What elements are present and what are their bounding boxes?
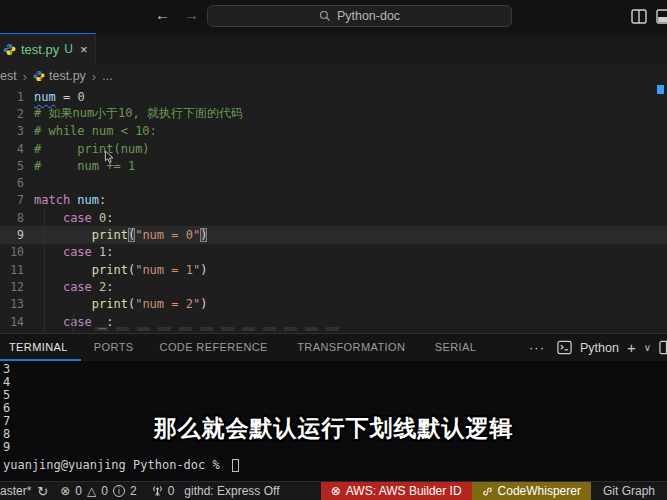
breadcrumb-item[interactable]: est xyxy=(0,69,17,83)
codewhisperer-badge[interactable]: CodeWhisperer xyxy=(472,482,591,500)
command-center-search[interactable]: Python-doc xyxy=(207,5,512,27)
new-terminal-icon[interactable]: + xyxy=(627,339,636,356)
line-number: 6 xyxy=(0,176,34,190)
line-number: 3 xyxy=(0,124,34,138)
terminal-line: 3 xyxy=(3,363,667,376)
video-subtitle: 那么就会默认运行下划线默认逻辑 xyxy=(0,413,667,444)
python-icon xyxy=(3,43,16,56)
code-line[interactable]: 5# num += 1 xyxy=(0,157,667,174)
code-line[interactable]: 8 case 0: xyxy=(0,209,667,226)
code-text: # while num < 10: xyxy=(34,124,157,138)
aws-label: AWS: AWS Builder ID xyxy=(346,484,462,498)
terminal-line: 5 xyxy=(3,389,667,402)
githd-status[interactable]: githd: Express Off xyxy=(184,484,279,498)
search-icon xyxy=(319,10,331,22)
line-number: 4 xyxy=(0,142,34,156)
panel-actions: ··· Python + ∨ xyxy=(529,339,667,356)
line-number: 1 xyxy=(0,90,34,104)
line-number: 13 xyxy=(0,297,34,311)
panel-tab-serial-monitor[interactable]: SERIAL MONITOR xyxy=(422,334,529,361)
terminal-dropdown-icon[interactable]: ∨ xyxy=(644,342,651,353)
git-graph-button[interactable]: Git Graph xyxy=(591,484,667,498)
panel-header: TERMINALPORTSCODE REFERENCE LOGTRANSFORM… xyxy=(0,333,667,361)
line-number: 14 xyxy=(0,315,34,329)
aws-builder-id-badge[interactable]: ⊗ AWS: AWS Builder ID xyxy=(321,482,472,500)
aws-error-icon: ⊗ xyxy=(331,484,341,498)
line-number: 12 xyxy=(0,280,34,294)
panel-tabs: TERMINALPORTSCODE REFERENCE LOGTRANSFORM… xyxy=(0,334,529,361)
code-line[interactable]: 10 case 1: xyxy=(0,244,667,261)
terminal-cursor xyxy=(232,459,239,472)
panel-tab-transformation-hub[interactable]: TRANSFORMATION HUB xyxy=(284,334,421,361)
git-sync-icon[interactable]: ↻ xyxy=(37,484,48,499)
info-icon: i xyxy=(113,485,125,497)
ports-indicator[interactable]: 0 xyxy=(151,484,175,498)
scrollbar-marker xyxy=(657,85,664,94)
tab-test-py[interactable]: test.py U × xyxy=(0,33,96,64)
line-number: 5 xyxy=(0,159,34,173)
error-icon: ⊗ xyxy=(60,484,70,498)
split-terminal-icon[interactable] xyxy=(659,340,667,355)
title-bar: ← → Python-doc xyxy=(0,0,667,33)
breadcrumb-separator: › xyxy=(92,69,96,84)
code-line[interactable]: 13 print("num = 2") xyxy=(0,296,667,313)
python-icon xyxy=(33,70,45,82)
line-number: 11 xyxy=(0,263,34,277)
code-line[interactable]: 7match num: xyxy=(0,192,667,209)
code-text: num = 0 xyxy=(34,90,85,104)
breadcrumb-item[interactable]: test.py xyxy=(33,69,86,83)
line-number: 7 xyxy=(0,193,34,207)
code-lines: 1num = 02# 如果num小于10, 就执行下面的代码3# while n… xyxy=(0,88,667,330)
code-line[interactable]: 1num = 0 xyxy=(0,88,667,105)
line-number: 8 xyxy=(0,211,34,225)
close-icon[interactable]: × xyxy=(80,42,88,57)
back-icon[interactable]: ← xyxy=(155,6,170,23)
code-line[interactable]: 2# 如果num小于10, 就执行下面的代码 xyxy=(0,105,667,122)
problems-indicator[interactable]: ⊗ 0 △ 0 i 2 xyxy=(60,484,136,498)
code-text: print("num = 2") xyxy=(34,297,207,311)
indent-guide xyxy=(73,314,74,333)
breadcrumb[interactable]: est›test.py›... xyxy=(0,64,667,88)
broadcast-tower-icon xyxy=(151,485,164,497)
code-text: case 2: xyxy=(34,280,114,294)
panel-tab-ports[interactable]: PORTS xyxy=(81,334,147,361)
mouse-pointer xyxy=(104,150,115,169)
code-line[interactable]: 6 xyxy=(0,174,667,191)
breadcrumb-separator: › xyxy=(23,69,27,84)
status-bar: aster* ↻ ⊗ 0 △ 0 i 2 0 githd: Express Of… xyxy=(0,481,667,500)
panel-tab-code-reference-log[interactable]: CODE REFERENCE LOG xyxy=(147,334,285,361)
code-text: case 0: xyxy=(34,211,114,225)
panel-tab-terminal[interactable]: TERMINAL xyxy=(0,334,81,361)
terminal-prompt[interactable]: yuanjing@yuanjing Python-doc % xyxy=(3,458,239,472)
link-icon xyxy=(482,486,493,497)
git-branch-label[interactable]: aster* xyxy=(0,484,31,498)
indent-guide xyxy=(44,297,45,333)
line-number: 9 xyxy=(0,228,34,242)
tab-filename: test.py xyxy=(21,42,59,57)
split-columns-icon[interactable] xyxy=(631,9,647,24)
breadcrumb-label: est xyxy=(0,69,17,83)
vscode-window: ← → Python-doc test.py U × ▷ ∨ xyxy=(0,0,667,500)
code-line[interactable]: 9 print("num = 0") xyxy=(0,226,667,243)
code-text: # 如果num小于10, 就执行下面的代码 xyxy=(34,105,243,122)
panel-layout-icon[interactable] xyxy=(656,9,667,24)
code-line[interactable]: 12 case 2: xyxy=(0,278,667,295)
code-editor[interactable]: 1num = 02# 如果num小于10, 就执行下面的代码3# while n… xyxy=(0,88,667,333)
forward-icon[interactable]: → xyxy=(184,6,199,23)
line-number: 10 xyxy=(0,245,34,259)
terminal-line: 4 xyxy=(3,376,667,389)
clipped-code-line xyxy=(95,327,340,331)
terminal-shell-label[interactable]: Python xyxy=(580,341,619,355)
more-actions-icon[interactable]: ··· xyxy=(529,340,545,355)
terminal-icon xyxy=(557,340,572,355)
code-text: print("num = 1") xyxy=(34,263,207,277)
code-line[interactable]: 4# print(num) xyxy=(0,140,667,157)
codewhisperer-label: CodeWhisperer xyxy=(498,484,581,498)
error-count: 0 xyxy=(75,484,82,498)
breadcrumb-label: test.py xyxy=(49,69,86,83)
code-line[interactable]: 11 print("num = 1") xyxy=(0,261,667,278)
breadcrumb-item[interactable]: ... xyxy=(102,69,112,83)
code-line[interactable]: 3# while num < 10: xyxy=(0,123,667,140)
warning-count: 0 xyxy=(101,484,108,498)
code-text: # num += 1 xyxy=(34,159,135,173)
